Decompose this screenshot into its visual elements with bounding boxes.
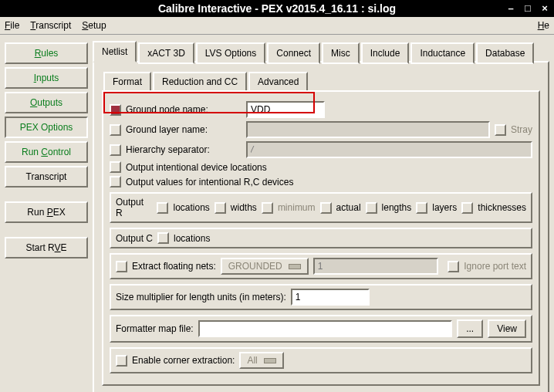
subtab-advanced[interactable]: Advanced — [248, 72, 308, 92]
tab-inductance[interactable]: Inductance — [410, 42, 475, 64]
out-loc-label: Output intentional device locations — [126, 162, 267, 173]
hierarchy-checkbox[interactable] — [110, 144, 121, 156]
map-file-label: Formatter map file: — [116, 323, 194, 334]
corner-dropdown[interactable]: All — [239, 352, 283, 369]
tab-netlist[interactable]: Netlist — [93, 41, 137, 63]
view-button[interactable]: View — [488, 319, 526, 338]
browse-button[interactable]: ... — [457, 319, 483, 338]
size-mult-label: Size multiplier for length units (in met… — [116, 292, 286, 302]
menu-help[interactable]: He — [538, 20, 549, 31]
output-r-group: Output R locations widths minimum actual… — [110, 192, 532, 223]
corner-group: Enable corner extraction: All — [110, 347, 532, 373]
maximize-icon[interactable]: □ — [522, 2, 534, 14]
extract-float-label: Extract floating nets: — [132, 261, 216, 272]
out-loc-checkbox[interactable] — [110, 161, 121, 173]
enable-corner-label: Enable corner extraction: — [132, 355, 235, 366]
map-file-input[interactable] — [198, 320, 452, 337]
tab-include[interactable]: Include — [361, 42, 410, 64]
sidebar: Rules Inputs Outputs PEX Options Run Con… — [0, 35, 93, 392]
tab-xact3d[interactable]: xACT 3D — [138, 42, 194, 64]
sidebar-run-control[interactable]: Run Control — [5, 141, 88, 163]
hierarchy-label: Hierarchy separator: — [126, 144, 242, 155]
c-locations-chk[interactable] — [157, 232, 169, 244]
r-actual-chk[interactable] — [320, 202, 332, 214]
size-mult-group: Size multiplier for length units (in met… — [110, 284, 532, 310]
hierarchy-input — [246, 141, 532, 158]
r-layers-chk[interactable] — [416, 202, 427, 214]
main-panel: Netlist xACT 3D LVS Options Connect Misc… — [93, 35, 554, 392]
subtab-format[interactable]: Format — [103, 72, 151, 92]
close-icon[interactable]: × — [539, 2, 551, 14]
tab-connect[interactable]: Connect — [267, 42, 320, 64]
size-mult-input[interactable] — [291, 289, 370, 306]
sidebar-outputs[interactable]: Outputs — [5, 92, 88, 113]
menubar: File Transcript Setup He — [0, 17, 554, 35]
ground-node-label: Ground node name: — [126, 104, 242, 115]
r-minimum-chk[interactable] — [262, 202, 273, 214]
subtab-reduction[interactable]: Reduction and CC — [153, 72, 247, 92]
output-r-label: Output R — [116, 197, 152, 218]
extract-floating-group: Extract floating nets: GROUNDED Ignore p… — [110, 253, 532, 279]
format-panel: Ground node name: Ground layer name: Str… — [102, 90, 540, 386]
grounded-dropdown[interactable]: GROUNDED — [221, 258, 309, 275]
extract-float-chk[interactable] — [116, 261, 127, 272]
sidebar-pex-options[interactable]: PEX Options — [5, 117, 88, 138]
ground-layer-input — [246, 121, 490, 138]
titlebar: Calibre Interactive - PEX v2015.4_16.11 … — [0, 0, 554, 17]
sub-tabs: Format Reduction and CC Advanced — [103, 72, 540, 92]
ignore-port-chk[interactable] — [448, 261, 459, 272]
sidebar-inputs[interactable]: Inputs — [5, 67, 88, 89]
ignore-port-label: Ignore port text — [464, 261, 526, 272]
sidebar-transcript[interactable]: Transcript — [5, 166, 88, 188]
output-c-label: Output C — [116, 233, 153, 244]
enable-corner-chk[interactable] — [116, 355, 127, 367]
r-locations-chk[interactable] — [157, 202, 168, 214]
minimize-icon[interactable]: – — [505, 2, 517, 14]
ground-layer-label: Ground layer name: — [126, 124, 242, 135]
menu-setup[interactable]: Setup — [82, 20, 106, 31]
float-value-input — [313, 258, 438, 275]
menu-file[interactable]: File — [5, 20, 19, 31]
top-tabs: Netlist xACT 3D LVS Options Connect Misc… — [93, 41, 549, 63]
r-lengths-chk[interactable] — [366, 202, 377, 214]
output-c-group: Output C locations — [110, 228, 532, 248]
map-file-group: Formatter map file: ... View — [110, 315, 532, 343]
stray-label: Stray — [511, 124, 532, 135]
netlist-panel: Format Reduction and CC Advanced Ground … — [93, 61, 549, 392]
tab-database[interactable]: Database — [476, 42, 534, 64]
sidebar-rules[interactable]: Rules — [5, 42, 88, 64]
ground-layer-checkbox[interactable] — [110, 124, 121, 136]
ground-node-checkbox[interactable] — [110, 104, 121, 116]
stray-checkbox[interactable] — [495, 124, 506, 136]
window-title: Calibre Interactive - PEX v2015.4_16.11 … — [158, 2, 396, 15]
start-rve-button[interactable]: Start RVE — [5, 237, 88, 259]
r-thick-chk[interactable] — [461, 202, 473, 214]
tab-misc[interactable]: Misc — [322, 42, 360, 64]
out-vals-checkbox[interactable] — [110, 176, 121, 188]
tab-lvs-options[interactable]: LVS Options — [196, 42, 265, 64]
run-pex-button[interactable]: Run PEX — [5, 201, 88, 223]
ground-node-input[interactable] — [246, 101, 325, 118]
out-vals-label: Output values for intentional R,C device… — [126, 177, 293, 188]
r-widths-chk[interactable] — [215, 202, 226, 214]
menu-transcript[interactable]: Transcript — [30, 20, 71, 31]
